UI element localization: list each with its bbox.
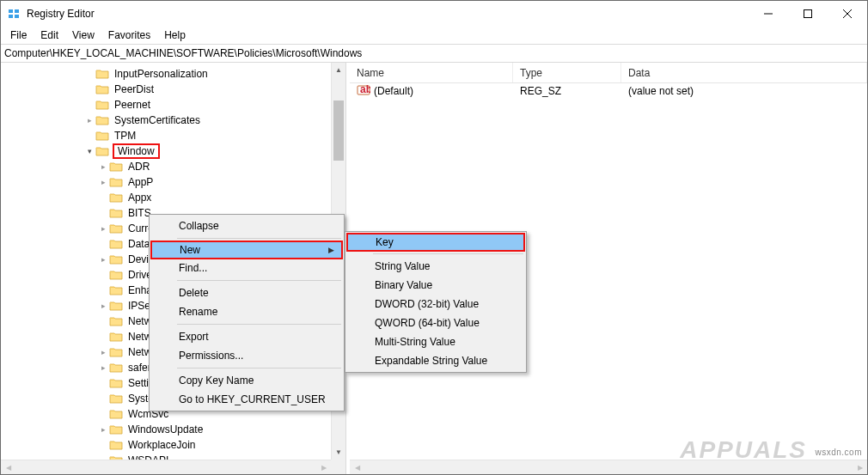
tree-scrollbar-horizontal[interactable]: ◀ ▶ [1, 460, 331, 474]
no-arrow [97, 393, 109, 405]
folder-icon [95, 68, 109, 80]
separator [177, 280, 341, 281]
no-arrow [83, 83, 95, 95]
ctx-delete[interactable]: Delete [151, 283, 342, 302]
ctx-collapse[interactable]: Collapse [151, 216, 342, 235]
scroll-right-button[interactable]: ▶ [316, 460, 331, 474]
tree-item[interactable]: InputPersonalization [1, 66, 345, 82]
expand-arrow-icon[interactable] [97, 253, 109, 265]
no-arrow [97, 238, 109, 250]
value-type: REG_SZ [513, 85, 621, 97]
folder-icon [109, 207, 123, 219]
menu-file[interactable]: File [4, 27, 33, 43]
no-arrow [83, 99, 95, 111]
ctx-new-multistring[interactable]: Multi-String Value [347, 332, 524, 351]
watermark-text: wsxdn.com [815, 448, 862, 457]
tree-item[interactable]: WindowsUpdate [1, 422, 345, 437]
ctx-permissions[interactable]: Permissions... [151, 346, 342, 365]
column-header-data[interactable]: Data [621, 63, 867, 82]
ctx-export[interactable]: Export [151, 327, 342, 346]
expand-arrow-icon[interactable] [83, 114, 95, 126]
folder-icon [109, 423, 123, 435]
list-header: Name Type Data [350, 63, 867, 83]
folder-icon [109, 408, 123, 420]
column-header-type[interactable]: Type [513, 63, 621, 82]
tree-item[interactable]: TPM [1, 128, 345, 143]
maximize-button[interactable] [788, 1, 828, 27]
folder-icon [109, 331, 123, 343]
minimize-button[interactable] [749, 1, 788, 27]
address-input[interactable] [4, 47, 864, 59]
registry-editor-window: Registry Editor File Edit View Favorites… [0, 0, 868, 475]
scroll-right-button[interactable]: ▶ [853, 460, 867, 475]
expand-arrow-icon[interactable] [97, 222, 109, 234]
tree-item[interactable]: Peernet [1, 97, 345, 113]
list-scrollbar-horizontal[interactable]: ◀ ▶ [350, 460, 867, 474]
folder-icon [109, 161, 123, 173]
scroll-down-button[interactable]: ▼ [332, 445, 345, 460]
svg-rect-5 [804, 10, 812, 18]
ctx-rename[interactable]: Rename [151, 302, 342, 321]
titlebar: Registry Editor [1, 1, 867, 27]
ctx-new-key[interactable]: Key [346, 233, 525, 252]
ctx-new-string[interactable]: String Value [347, 257, 524, 276]
tree-item-label: WindowsUpdate [126, 423, 205, 435]
no-arrow [97, 377, 109, 389]
folder-icon [95, 130, 109, 142]
tree-item-label: InputPersonalization [113, 68, 210, 80]
menu-view[interactable]: View [66, 27, 101, 43]
no-arrow [97, 331, 109, 343]
ctx-new[interactable]: New▶ [150, 241, 343, 259]
folder-icon [95, 114, 109, 126]
scroll-up-button[interactable]: ▲ [332, 63, 345, 77]
column-header-name[interactable]: Name [350, 63, 513, 82]
ctx-goto-hkcu[interactable]: Go to HKEY_CURRENT_USER [151, 390, 342, 409]
close-button[interactable] [828, 1, 867, 27]
expand-arrow-icon[interactable] [97, 176, 109, 188]
expand-arrow-icon[interactable] [97, 362, 109, 374]
ctx-new-binary[interactable]: Binary Value [347, 276, 524, 295]
no-arrow [97, 284, 109, 296]
tree-item-label: Window [113, 143, 160, 159]
svg-rect-0 [9, 9, 13, 13]
scroll-left-button[interactable]: ◀ [350, 460, 364, 475]
tree-item[interactable]: WorkplaceJoin [1, 437, 345, 453]
regedit-icon [8, 7, 21, 21]
menu-edit[interactable]: Edit [34, 27, 64, 43]
folder-icon [109, 439, 123, 451]
menu-help[interactable]: Help [158, 27, 192, 43]
folder-icon [109, 377, 123, 389]
no-arrow [97, 207, 109, 219]
no-arrow [97, 269, 109, 281]
scroll-thumb[interactable] [333, 100, 344, 161]
tree-item[interactable]: SystemCertificates [1, 113, 345, 128]
scroll-corner [331, 460, 345, 474]
folder-icon [109, 176, 123, 188]
tree-item[interactable]: PeerDist [1, 82, 345, 97]
no-arrow [97, 315, 109, 327]
tree-item-label: TPM [113, 130, 138, 142]
no-arrow [97, 192, 109, 204]
expand-arrow-icon[interactable] [97, 161, 109, 173]
folder-icon [95, 83, 109, 95]
tree-item[interactable]: AppP [1, 174, 345, 190]
collapse-arrow-icon[interactable] [83, 145, 95, 157]
separator [177, 324, 341, 325]
scroll-left-button[interactable]: ◀ [1, 460, 15, 474]
ctx-new-qword[interactable]: QWORD (64-bit) Value [347, 314, 524, 332]
expand-arrow-icon[interactable] [97, 423, 109, 435]
ctx-copy-key-name[interactable]: Copy Key Name [151, 371, 342, 390]
ctx-new-expandstring[interactable]: Expandable String Value [347, 351, 524, 370]
expand-arrow-icon[interactable] [97, 346, 109, 358]
context-menu: Collapse New▶ Find... Delete Rename Expo… [149, 214, 345, 411]
expand-arrow-icon[interactable] [97, 300, 109, 312]
svg-rect-2 [15, 9, 19, 13]
tree-item[interactable]: Window [1, 143, 345, 159]
ctx-new-dword[interactable]: DWORD (32-bit) Value [347, 295, 524, 314]
tree-item[interactable]: Appx [1, 190, 345, 205]
tree-item[interactable]: ADR [1, 159, 345, 174]
list-row[interactable]: ab (Default) REG_SZ (value not set) [350, 83, 867, 99]
ctx-find[interactable]: Find... [151, 259, 342, 277]
menu-favorites[interactable]: Favorites [102, 27, 156, 43]
no-arrow [97, 439, 109, 451]
